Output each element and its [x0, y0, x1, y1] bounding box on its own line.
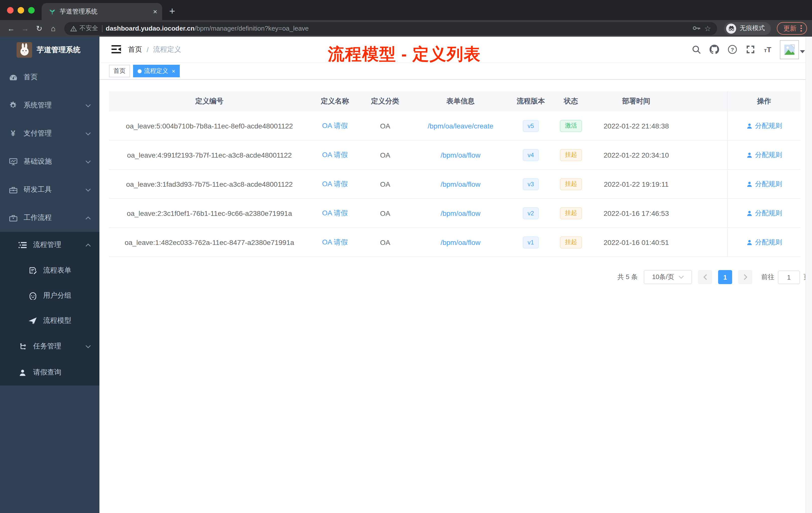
window-controls[interactable] — [0, 0, 42, 20]
sidebar-item-首页[interactable]: 首页 — [0, 63, 99, 91]
tab-close-icon[interactable]: × — [153, 8, 157, 15]
assign-rule-button[interactable]: 分配规则 — [746, 150, 782, 159]
breadcrumb-separator: / — [147, 46, 149, 54]
url-text[interactable]: dashboard.yudao.iocoder.cn/bpm/manager/d… — [106, 25, 689, 32]
table-header: 定义编号定义名称定义分类表单信息流程版本状态部署时间操作 — [109, 91, 801, 112]
sidebar-item-研发工具[interactable]: 研发工具 — [0, 176, 99, 204]
cell-status: 挂起 — [551, 199, 591, 228]
minimize-window-button[interactable] — [18, 7, 24, 13]
help-icon[interactable]: ? — [728, 45, 737, 54]
breadcrumb-current: 流程定义 — [153, 45, 181, 54]
sidebar-item-任务管理[interactable]: 任务管理 — [0, 333, 99, 359]
sidebar-item-流程模型[interactable]: 流程模型 — [0, 308, 99, 333]
browser-tab[interactable]: 芋道管理系统 × — [42, 3, 162, 20]
definition-name-link[interactable]: OA 请假 — [322, 209, 348, 218]
tag-首页[interactable]: 首页 — [109, 65, 130, 77]
definition-name-link[interactable]: OA 请假 — [322, 179, 348, 188]
yen-icon: ¥ — [8, 129, 18, 138]
goto-page-input[interactable] — [778, 270, 800, 284]
address-bar[interactable]: 不安全 dashboard.yudao.iocoder.cn/bpm/manag… — [64, 22, 717, 35]
definition-name-link[interactable]: OA 请假 — [322, 121, 348, 130]
cell-actions: 分配规则 — [727, 199, 801, 228]
form-link[interactable]: /bpm/oa/leave/create — [428, 122, 493, 130]
sidebar-item-工作流程[interactable]: 工作流程 — [0, 204, 99, 232]
assign-rule-button[interactable]: 分配规则 — [746, 179, 782, 188]
url-divider — [102, 25, 102, 32]
page-size-select[interactable]: 10条/页 — [644, 270, 692, 284]
cell-definition-id: oa_leave:4:991f2193-7b7f-11ec-a3c8-acde4… — [109, 141, 310, 169]
user-avatar[interactable] — [780, 40, 799, 59]
browser-update-button[interactable]: 更新 — [777, 22, 807, 35]
cell-form-info: /bpm/oa/leave/create — [410, 112, 511, 140]
reload-icon[interactable]: ↻ — [33, 24, 45, 33]
url-path: /bpm/manager/definition?key=oa_leave — [195, 25, 309, 32]
back-icon[interactable]: ← — [5, 24, 17, 33]
form-link[interactable]: /bpm/oa/flow — [441, 180, 481, 188]
form-link[interactable]: /bpm/oa/flow — [441, 238, 481, 246]
cell-category: OA — [360, 170, 410, 198]
definition-name-link[interactable]: OA 请假 — [322, 238, 348, 247]
person-icon — [746, 181, 753, 187]
page-scrollbar[interactable] — [806, 37, 812, 513]
person-icon — [746, 152, 753, 158]
cell-actions: 分配规则 — [727, 170, 801, 198]
font-size-icon[interactable]: тT — [764, 45, 771, 54]
next-page-button[interactable] — [738, 270, 752, 284]
table-row: oa_leave:3:1fad3d93-7b75-11ec-a3c8-acde4… — [109, 170, 801, 199]
browser-menu-icon[interactable] — [801, 25, 802, 32]
not-secure-label[interactable]: 不安全 — [70, 24, 98, 33]
github-icon[interactable] — [710, 45, 719, 54]
assign-rule-button[interactable]: 分配规则 — [746, 209, 782, 218]
breadcrumb-home[interactable]: 首页 — [128, 45, 142, 54]
close-window-button[interactable] — [7, 7, 13, 13]
assign-rule-button[interactable]: 分配规则 — [746, 121, 782, 130]
sidebar-item-系统管理[interactable]: 系统管理 — [0, 91, 99, 119]
prev-page-button[interactable] — [698, 270, 712, 284]
person-icon — [746, 210, 753, 216]
chevron-down-icon — [85, 159, 91, 167]
collapse-sidebar-icon[interactable] — [108, 45, 128, 54]
sidebar-item-流程表单[interactable]: 流程表单 — [0, 258, 99, 283]
page-number-button[interactable]: 1 — [718, 270, 732, 284]
tag-close-icon[interactable]: × — [172, 68, 175, 74]
sidebar-item-流程管理[interactable]: 流程管理 — [0, 232, 99, 258]
sidebar-item-用户分组[interactable]: 用户分组 — [0, 283, 99, 308]
bookmark-star-icon[interactable]: ☆ — [704, 24, 711, 33]
gear-icon — [8, 101, 18, 110]
fullscreen-icon[interactable] — [746, 45, 755, 54]
incognito-icon — [726, 23, 736, 33]
status-badge: 挂起 — [560, 236, 582, 248]
sidebar-item-基础设施[interactable]: 基础设施 — [0, 148, 99, 176]
home-icon[interactable]: ⌂ — [47, 24, 59, 33]
tag-流程定义[interactable]: 流程定义× — [133, 65, 180, 77]
sidebar-item-支付管理[interactable]: ¥ 支付管理 — [0, 119, 99, 148]
cell-filler — [682, 112, 727, 140]
pagination-total: 共 5 条 — [617, 273, 638, 281]
chevron-down-icon — [85, 187, 91, 195]
new-tab-button[interactable]: + — [169, 5, 175, 17]
sidebar-logo[interactable]: 芋道管理系统 — [0, 37, 99, 63]
avatar-dropdown-caret-icon[interactable] — [800, 50, 805, 53]
form-link[interactable]: /bpm/oa/flow — [441, 151, 481, 159]
column-header-定义分类: 定义分类 — [360, 91, 410, 112]
breadcrumb: 首页 / 流程定义 — [128, 45, 181, 54]
chevron-down-icon — [678, 275, 684, 279]
version-badge: v2 — [522, 207, 539, 219]
sidebar-item-请假查询[interactable]: 请假查询 — [0, 359, 99, 386]
table-row: oa_leave:2:3c1f0ef1-76b1-11ec-9c66-a2380… — [109, 199, 801, 228]
sidebar-item-label: 工作流程 — [24, 213, 52, 222]
cell-status: 激活 — [551, 112, 591, 140]
form-link[interactable]: /bpm/oa/flow — [441, 209, 481, 217]
assign-rule-button[interactable]: 分配规则 — [746, 238, 782, 247]
app-title: 芋道管理系统 — [37, 45, 80, 55]
column-header-操作: 操作 — [727, 91, 801, 112]
tag-label: 流程定义 — [144, 67, 168, 75]
password-key-icon[interactable] — [692, 24, 701, 32]
search-icon[interactable] — [692, 45, 701, 54]
forward-icon[interactable]: → — [19, 24, 31, 33]
app-frame: 芋道管理系统 首页 系统管理¥ 支付管理 基础设施 研发工具 工作流程 流程管理… — [0, 37, 812, 513]
maximize-window-button[interactable] — [28, 7, 35, 13]
browser-chrome: 芋道管理系统 × + ← → ↻ ⌂ 不安全 dashboard.yudao.i… — [0, 0, 812, 37]
definition-name-link[interactable]: OA 请假 — [322, 150, 348, 159]
cell-actions: 分配规则 — [727, 112, 801, 140]
